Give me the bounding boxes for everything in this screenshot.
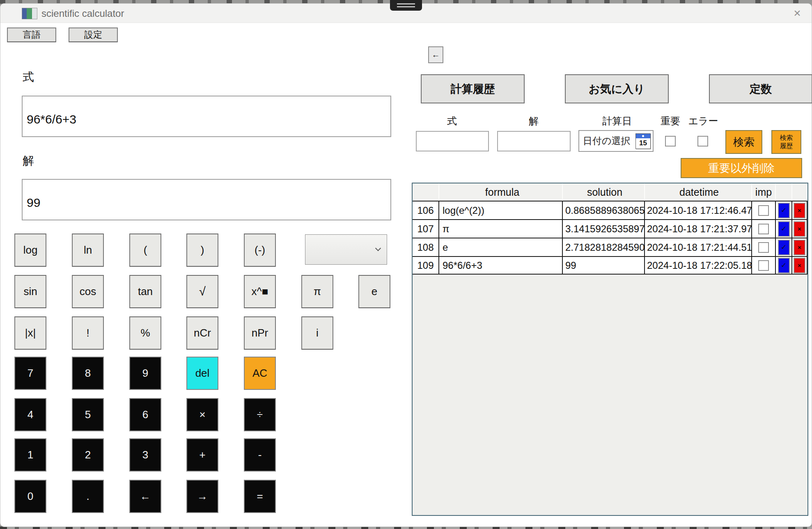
key-ln[interactable]: ln bbox=[72, 234, 104, 267]
key-7[interactable]: 7 bbox=[14, 357, 46, 390]
tab-constants[interactable]: 定数 bbox=[709, 74, 812, 103]
search-formula-label: 式 bbox=[447, 115, 457, 128]
key-divide[interactable]: ÷ bbox=[244, 398, 276, 431]
search-history-button[interactable]: 検索 履歴 bbox=[771, 130, 801, 154]
key-8[interactable]: 8 bbox=[72, 357, 104, 390]
key-npr[interactable]: nPr bbox=[244, 316, 276, 350]
calendar-icon-header bbox=[636, 134, 650, 138]
key-plus[interactable]: + bbox=[186, 438, 218, 472]
key-del[interactable]: del bbox=[186, 357, 218, 390]
key-sin[interactable]: sin bbox=[14, 275, 46, 308]
search-date-label: 計算日 bbox=[602, 115, 632, 128]
favorite-button[interactable]: ✓ bbox=[778, 221, 790, 237]
row-datetime: 2024-10-18 17:21:44.51 bbox=[645, 238, 752, 256]
key-imaginary[interactable]: i bbox=[301, 316, 333, 350]
key-2[interactable]: 2 bbox=[72, 438, 104, 472]
language-button[interactable]: 言語 bbox=[7, 27, 56, 42]
row-formula[interactable]: π bbox=[439, 220, 563, 238]
key-ac[interactable]: AC bbox=[244, 357, 276, 390]
search-error-label: エラー bbox=[688, 115, 718, 128]
key-negate[interactable]: (-) bbox=[244, 234, 276, 267]
imp-checkbox[interactable] bbox=[758, 242, 769, 253]
row-datetime: 2024-10-18 17:21:37.97 bbox=[645, 220, 752, 238]
key-open-paren[interactable]: ( bbox=[129, 234, 161, 267]
back-button[interactable]: ← bbox=[428, 46, 443, 63]
key-arrow-left[interactable]: ← bbox=[129, 480, 161, 513]
window-drag-handle[interactable] bbox=[390, 0, 422, 11]
date-picker-placeholder: 日付の選択 bbox=[583, 135, 631, 147]
delete-row-button[interactable]: × bbox=[794, 258, 805, 273]
tab-favorites[interactable]: お気に入り bbox=[565, 74, 669, 103]
header-solution[interactable]: solution bbox=[563, 183, 645, 201]
key-decimal[interactable]: . bbox=[72, 480, 104, 513]
imp-checkbox[interactable] bbox=[758, 224, 769, 234]
key-log[interactable]: log bbox=[14, 234, 46, 267]
row-number: 109 bbox=[413, 257, 439, 274]
delete-row-button[interactable]: × bbox=[794, 221, 805, 237]
key-factorial[interactable]: ! bbox=[72, 316, 104, 350]
key-cos[interactable]: cos bbox=[72, 275, 104, 308]
key-minus[interactable]: - bbox=[244, 438, 276, 472]
search-button[interactable]: 検索 bbox=[725, 130, 762, 154]
key-1[interactable]: 1 bbox=[14, 438, 46, 472]
row-datetime: 2024-10-18 17:12:46.47 bbox=[645, 202, 752, 219]
header-formula[interactable]: formula bbox=[439, 183, 563, 201]
key-e[interactable]: e bbox=[358, 275, 390, 308]
x-icon: × bbox=[798, 225, 801, 232]
key-multiply[interactable]: × bbox=[186, 398, 218, 431]
table-row: 106 log(e^(2)) 0.8685889638065 2024-10-1… bbox=[413, 201, 807, 219]
error-checkbox[interactable] bbox=[697, 136, 708, 147]
key-6[interactable]: 6 bbox=[129, 398, 161, 431]
important-checkbox[interactable] bbox=[665, 136, 676, 147]
row-formula[interactable]: 96*6/6+3 bbox=[439, 257, 563, 274]
delete-non-important-button[interactable]: 重要以外削除 bbox=[681, 158, 802, 178]
row-solution[interactable]: 3.1415926535897 bbox=[563, 220, 645, 238]
check-icon: ✓ bbox=[781, 261, 787, 270]
x-icon: × bbox=[798, 244, 801, 251]
screen: scientific calculator × 言語 設定 式 96*6/6+3… bbox=[0, 0, 812, 529]
date-picker[interactable]: 日付の選択 15 bbox=[578, 130, 654, 152]
imp-checkbox[interactable] bbox=[758, 205, 769, 216]
key-tan[interactable]: tan bbox=[129, 275, 161, 308]
header-imp[interactable]: imp bbox=[752, 183, 776, 201]
formula-input[interactable]: 96*6/6+3 bbox=[22, 96, 391, 137]
key-equals[interactable]: = bbox=[244, 480, 276, 513]
favorite-button[interactable]: ✓ bbox=[778, 203, 790, 218]
search-solution-input[interactable] bbox=[497, 131, 571, 151]
row-imp-cell bbox=[752, 202, 776, 219]
key-0[interactable]: 0 bbox=[14, 480, 46, 513]
imp-checkbox[interactable] bbox=[758, 260, 769, 271]
key-abs[interactable]: |x| bbox=[14, 316, 46, 350]
function-dropdown[interactable] bbox=[305, 234, 387, 265]
close-icon[interactable]: × bbox=[788, 5, 807, 21]
tab-calculation-history[interactable]: 計算履歴 bbox=[421, 74, 525, 103]
row-solution[interactable]: 99 bbox=[563, 257, 645, 274]
row-formula[interactable]: log(e^(2)) bbox=[439, 202, 563, 219]
solution-input[interactable]: 99 bbox=[22, 179, 391, 220]
chevron-down-icon bbox=[375, 245, 381, 251]
row-solution[interactable]: 0.8685889638065 bbox=[563, 202, 645, 219]
key-pi[interactable]: π bbox=[301, 275, 333, 308]
key-5[interactable]: 5 bbox=[72, 398, 104, 431]
search-formula-input[interactable] bbox=[416, 131, 489, 151]
key-close-paren[interactable]: ) bbox=[186, 234, 218, 267]
key-ncr[interactable]: nCr bbox=[186, 316, 218, 350]
settings-button[interactable]: 設定 bbox=[69, 27, 118, 42]
header-datetime[interactable]: datetime bbox=[645, 183, 752, 201]
delete-row-button[interactable]: × bbox=[794, 203, 805, 218]
key-percent[interactable]: % bbox=[129, 316, 161, 350]
key-9[interactable]: 9 bbox=[129, 357, 161, 390]
key-arrow-right[interactable]: → bbox=[186, 480, 218, 513]
key-power[interactable]: x^■ bbox=[244, 275, 276, 308]
row-imp-cell bbox=[752, 220, 776, 238]
delete-row-button[interactable]: × bbox=[794, 240, 805, 255]
calendar-icon[interactable]: 15 bbox=[635, 133, 651, 149]
key-3[interactable]: 3 bbox=[129, 438, 161, 472]
favorite-button[interactable]: ✓ bbox=[778, 258, 790, 273]
favorite-button[interactable]: ✓ bbox=[778, 240, 790, 255]
key-4[interactable]: 4 bbox=[14, 398, 46, 431]
row-solution[interactable]: 2.7182818284590 bbox=[563, 238, 645, 256]
header-row-number[interactable] bbox=[413, 183, 439, 201]
row-formula[interactable]: e bbox=[439, 238, 563, 256]
key-sqrt[interactable]: √ bbox=[186, 275, 218, 308]
